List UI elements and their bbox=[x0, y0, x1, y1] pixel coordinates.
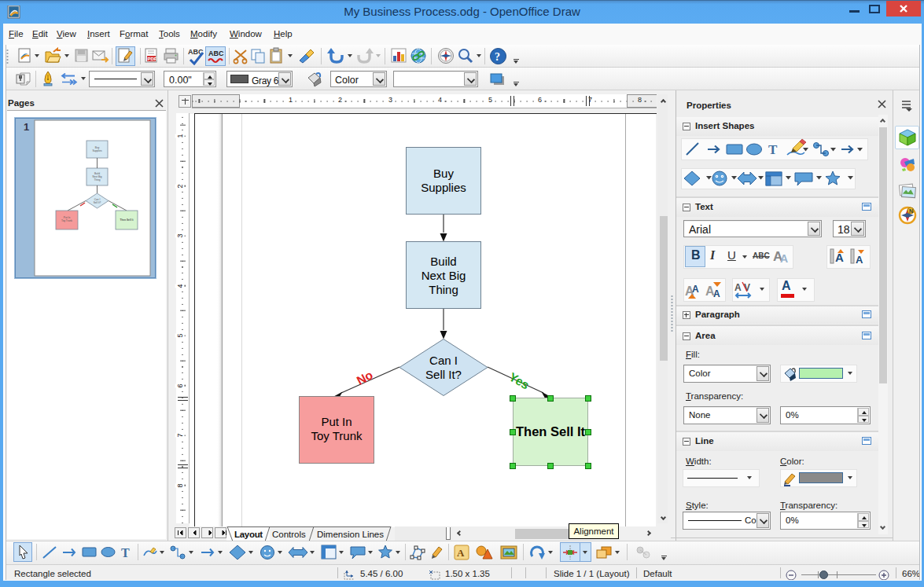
svg-text:A: A bbox=[856, 254, 863, 266]
svg-text:Can I: Can I bbox=[429, 354, 458, 367]
svg-text:Toy Trunk: Toy Trunk bbox=[61, 219, 72, 222]
svg-text:Supplies: Supplies bbox=[421, 181, 466, 194]
svg-text:Then Sell It: Then Sell It bbox=[516, 424, 586, 438]
svg-text:Then Sell It: Then Sell It bbox=[120, 218, 134, 222]
svg-text:1: 1 bbox=[24, 121, 29, 133]
svg-text:A: A bbox=[692, 284, 699, 295]
svg-text:N: N bbox=[909, 208, 913, 214]
svg-text:T: T bbox=[768, 142, 778, 157]
svg-text:Sell It?: Sell It? bbox=[94, 201, 101, 204]
svg-text:A: A bbox=[780, 252, 788, 265]
svg-text:Toy Trunk: Toy Trunk bbox=[311, 429, 363, 442]
svg-text:PDF: PDF bbox=[148, 57, 157, 61]
svg-text:T: T bbox=[121, 546, 130, 559]
svg-text:A: A bbox=[457, 547, 465, 559]
svg-text:Build: Build bbox=[430, 255, 456, 268]
svg-text:?: ? bbox=[495, 51, 500, 63]
svg-text:A: A bbox=[734, 282, 742, 293]
svg-text:A: A bbox=[713, 288, 720, 299]
svg-text:No: No bbox=[355, 368, 375, 387]
svg-text:Next Big: Next Big bbox=[422, 269, 466, 282]
svg-text:ABC: ABC bbox=[208, 50, 224, 57]
svg-text:Supplies: Supplies bbox=[92, 149, 102, 152]
svg-text:Buy: Buy bbox=[433, 167, 454, 180]
svg-text:Put In: Put In bbox=[321, 415, 352, 428]
svg-text:Sell It?: Sell It? bbox=[425, 368, 462, 381]
svg-text:Thing: Thing bbox=[429, 283, 458, 296]
svg-text:Thing: Thing bbox=[94, 178, 101, 182]
svg-text:Yes: Yes bbox=[506, 370, 532, 392]
